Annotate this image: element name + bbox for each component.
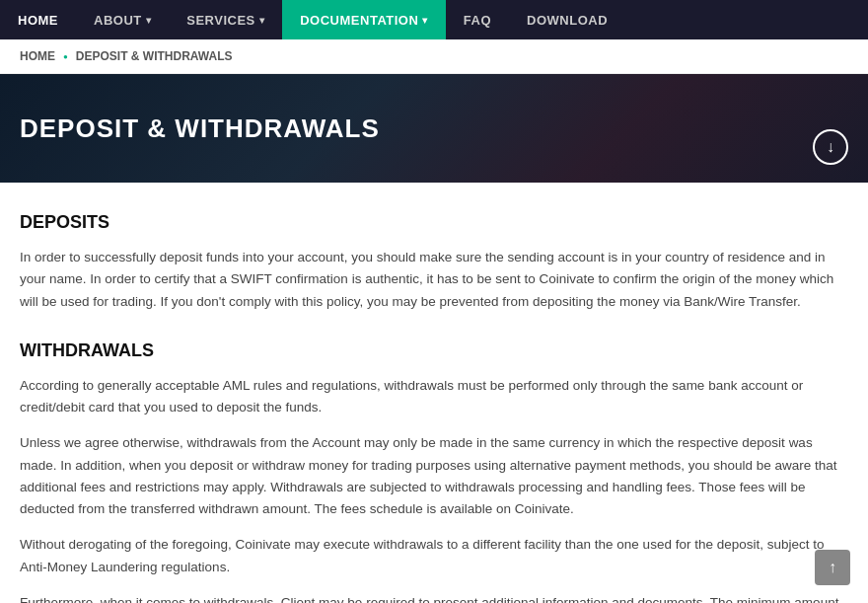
nav-download[interactable]: DOWNLOAD xyxy=(509,0,625,39)
chevron-down-icon: ▾ xyxy=(146,15,152,26)
breadcrumb-separator: ● xyxy=(63,52,68,61)
withdrawals-paragraph-4: Furthermore, when it comes to withdrawal… xyxy=(20,592,848,603)
nav-home[interactable]: HOME xyxy=(0,0,76,39)
deposits-heading: DEPOSITS xyxy=(20,212,848,233)
withdrawals-paragraph-1: According to generally acceptable AML ru… xyxy=(20,375,848,419)
nav-documentation[interactable]: DOCUMENTATION ▾ xyxy=(282,0,446,39)
page-title: DEPOSIT & WITHDRAWALS xyxy=(20,113,380,144)
main-nav: HOME ABOUT ▾ SERVICES ▾ DOCUMENTATION ▾ … xyxy=(0,0,868,39)
nav-services[interactable]: SERVICES ▾ xyxy=(169,0,282,39)
arrow-down-icon: ↓ xyxy=(827,138,834,156)
breadcrumb: HOME ● DEPOSIT & WITHDRAWALS xyxy=(0,39,868,74)
withdrawals-heading: WITHDRAWALS xyxy=(20,340,848,361)
scroll-to-top-button[interactable]: ↑ xyxy=(815,550,850,585)
withdrawals-paragraph-3: Without derogating of the foregoing, Coi… xyxy=(20,534,848,578)
main-content: DEPOSITS In order to successfully deposi… xyxy=(0,183,868,603)
deposits-paragraph-1: In order to successfully deposit funds i… xyxy=(20,247,848,313)
chevron-down-icon: ▾ xyxy=(422,15,428,26)
scroll-down-button[interactable]: ↓ xyxy=(813,129,848,165)
nav-faq[interactable]: FAQ xyxy=(446,0,509,39)
breadcrumb-current-page: DEPOSIT & WITHDRAWALS xyxy=(76,49,233,63)
withdrawals-paragraph-2: Unless we agree otherwise, withdrawals f… xyxy=(20,432,848,520)
nav-about[interactable]: ABOUT ▾ xyxy=(76,0,169,39)
hero-banner: DEPOSIT & WITHDRAWALS ↓ xyxy=(0,74,868,183)
breadcrumb-home-link[interactable]: HOME xyxy=(20,49,55,63)
arrow-up-icon: ↑ xyxy=(829,559,836,576)
chevron-down-icon: ▾ xyxy=(259,15,265,26)
